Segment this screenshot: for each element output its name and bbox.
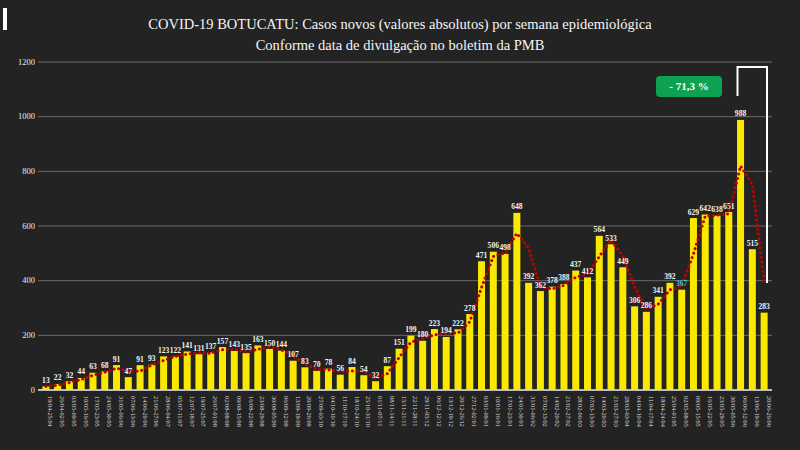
y-axis-tick-label: 200 [22, 330, 35, 340]
bar-value-label: 122 [170, 346, 182, 355]
bar-value-label: 533 [605, 234, 617, 243]
bar [549, 287, 556, 390]
x-axis-tick-label: 23/05-29/05 [719, 396, 726, 427]
bar [454, 329, 461, 390]
bar [525, 283, 532, 390]
bar-value-label: 388 [558, 273, 570, 282]
x-axis-tick-label: 17/01-23/01 [507, 396, 514, 427]
bar-value-label: 78 [325, 358, 333, 367]
bar-value-label: 84 [348, 357, 356, 366]
x-axis-tick-label: 12/07-18/07 [189, 396, 196, 427]
bar-value-label: 222 [452, 319, 464, 328]
x-axis-tick-label: 25/04-01/05 [671, 396, 678, 427]
bar-value-label: 648 [511, 202, 523, 211]
x-axis-tick-label: 26/04-02/05 [59, 396, 66, 427]
bar-value-label: 283 [758, 302, 770, 311]
bar-value-label: 449 [617, 257, 629, 266]
x-axis-tick-label: 31/05-06/06 [118, 396, 125, 427]
bar [761, 313, 768, 390]
bar [666, 283, 673, 390]
bar-value-label: 638 [711, 205, 723, 214]
x-axis-tick-label: 05/07-11/07 [177, 396, 184, 427]
bar-value-label: 32 [66, 371, 74, 380]
bar [431, 329, 438, 390]
bar-value-label: 392 [664, 272, 676, 281]
x-axis-tick-label: 16/08-22/08 [248, 396, 255, 427]
bar-value-label: 194 [441, 326, 453, 335]
bar [725, 212, 732, 390]
bar-value-label: 91 [113, 355, 121, 364]
bar-value-label: 199 [405, 325, 417, 334]
x-axis-tick-label: 30/05-05/06 [730, 396, 737, 427]
bar-value-label: 141 [181, 341, 193, 350]
x-axis-tick-label: 21/06-27/06 [153, 396, 160, 427]
bar [360, 375, 367, 390]
x-axis-tick-label: 27/12-02/01 [471, 396, 478, 427]
x-axis-tick-label: 08/11-14/11 [389, 396, 396, 426]
bar-value-label: 180 [417, 330, 429, 339]
x-axis-tick-label: 21/03-27/03 [613, 396, 620, 427]
bar-value-label: 437 [570, 260, 582, 269]
x-axis-tick-label: 20/09-26/09 [306, 396, 313, 427]
x-axis-tick-label: 14/02-20/02 [554, 396, 561, 427]
bar [125, 377, 132, 390]
bar [619, 267, 626, 390]
bar-value-label: 306 [629, 296, 641, 305]
x-axis-tick-label: 22/11-28/11 [412, 396, 419, 426]
x-axis-tick-label: 19/07-25/07 [200, 396, 207, 427]
bar-value-label: 150 [264, 339, 276, 348]
y-axis-tick-label: 1200 [18, 57, 35, 67]
x-axis-tick-label: 30/08-05/09 [271, 396, 278, 427]
bar [678, 290, 685, 390]
bar [714, 216, 721, 390]
bar [560, 284, 567, 390]
bar-value-label: 498 [499, 243, 511, 252]
bar-chart: 0200400600800100012001322324463689147919… [0, 0, 800, 450]
bar-value-label: 47 [125, 367, 133, 376]
x-axis-tick-label: 14/06-20/06 [142, 396, 149, 427]
bar [655, 297, 662, 390]
x-axis-tick-label: 07/03-13/03 [589, 396, 596, 427]
x-axis-tick-label: 02/05-08/05 [683, 396, 690, 427]
bar-value-label: 135 [240, 343, 252, 352]
bar [443, 337, 450, 390]
bar-value-label: 68 [101, 361, 109, 370]
bar-value-label: 63 [89, 362, 97, 371]
bar [478, 261, 485, 390]
bar-value-label: 515 [747, 239, 759, 248]
x-axis-tick-label: 24/01-30/01 [518, 396, 525, 427]
x-axis-tick-label: 25/10-31/10 [365, 396, 372, 427]
bar [301, 367, 308, 390]
y-axis-tick-label: 0 [31, 385, 35, 395]
bar-value-label: 362 [535, 281, 547, 290]
bar-value-label: 223 [429, 319, 441, 328]
bar-value-label: 367 [676, 279, 688, 288]
bar-value-label: 144 [276, 340, 288, 349]
bar [631, 306, 638, 390]
x-axis-tick-label: 21/02-27/02 [565, 396, 572, 427]
bar-value-label: 988 [735, 109, 747, 118]
bar-value-label: 83 [301, 357, 309, 366]
x-axis-tick-label: 28/03-03/04 [624, 396, 631, 428]
bar-value-label: 286 [641, 301, 653, 310]
y-axis-tick-label: 400 [22, 275, 35, 285]
bar-value-label: 54 [360, 365, 368, 374]
bar [219, 347, 226, 390]
bar [254, 345, 261, 390]
x-axis-tick-label: 20/06-26/06 [766, 396, 773, 427]
y-axis-tick-label: 1000 [18, 111, 35, 121]
x-axis-tick-label: 27/09-03/10 [318, 396, 325, 427]
bar-value-label: 107 [287, 350, 299, 359]
bar-value-label: 163 [252, 335, 264, 344]
x-axis-tick-label: 17/05-23/05 [94, 396, 101, 427]
bar [278, 351, 285, 390]
bar [325, 369, 332, 390]
x-axis-tick-label: 04/10-10/10 [330, 396, 337, 427]
bar [243, 353, 250, 390]
bar-value-label: 651 [723, 202, 735, 211]
bar [749, 249, 756, 390]
bar-value-label: 341 [652, 286, 664, 295]
x-axis-tick-label: 06/12-12/12 [436, 396, 443, 427]
x-axis-tick-label: 15/11-21/11 [401, 396, 408, 426]
bar-value-label: 32 [372, 371, 380, 380]
